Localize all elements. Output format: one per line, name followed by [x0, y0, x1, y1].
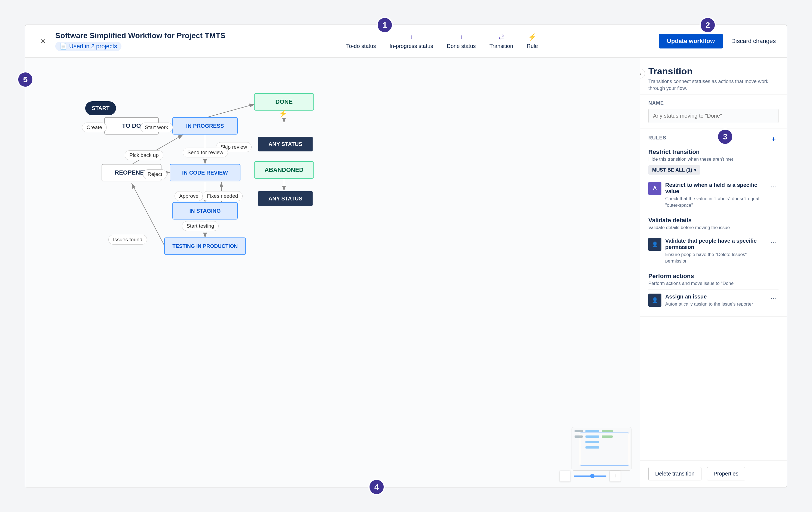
- done-lightning-icon: ⚡: [279, 110, 287, 118]
- rules-header: RULES +: [648, 134, 779, 144]
- perform-group: Perform actions Perform actions and move…: [648, 273, 779, 311]
- used-in-badge[interactable]: 📄 Used in 2 projects: [55, 42, 121, 51]
- perform-rule-content: Assign an issue Automatically assign to …: [665, 293, 765, 308]
- restrict-rule-item: A Restrict to when a field is a specific…: [648, 178, 779, 212]
- minimap: [572, 427, 632, 471]
- chevron-down-icon: ▾: [694, 167, 696, 173]
- discard-changes-button[interactable]: Discard changes: [731, 37, 776, 45]
- node-abandoned[interactable]: ABANDONED: [254, 161, 314, 179]
- validate-rule-name: Validate that people have a specific per…: [665, 238, 765, 250]
- validate-rule-content: Validate that people have a specific per…: [665, 238, 765, 264]
- plus-icon-3: +: [459, 33, 463, 41]
- workflow-info: Software Simplified Workflow for Project…: [55, 31, 226, 51]
- name-input[interactable]: [648, 109, 779, 123]
- restrict-group: Restrict transition Hide this transition…: [648, 148, 779, 212]
- transition-reject[interactable]: Reject: [143, 169, 167, 179]
- svg-rect-19: [585, 441, 599, 443]
- update-workflow-button[interactable]: Update workflow: [659, 34, 723, 49]
- zoom-out-button[interactable]: −: [559, 471, 571, 482]
- right-panel: ‹ Transition Transitions connect statuse…: [640, 58, 787, 487]
- validate-group: Validate details Validate details before…: [648, 217, 779, 268]
- workflow-title: Software Simplified Workflow for Project…: [55, 31, 226, 40]
- node-testinginprod[interactable]: TESTING IN PRODUCTION: [164, 237, 246, 255]
- validate-rule-desc: Ensure people have the "Delete Issues" p…: [665, 251, 765, 264]
- transition-fixesneeded[interactable]: Fixes needed: [202, 191, 242, 201]
- validate-rule-avatar: 👤: [648, 238, 661, 251]
- restrict-rule-content: Restrict to when a field is a specific v…: [665, 182, 765, 209]
- workflow-canvas[interactable]: START TO DO IN PROGRESS DONE IN CODE REV…: [25, 58, 640, 487]
- svg-rect-14: [585, 430, 599, 432]
- transition-icon: ⇄: [499, 33, 504, 41]
- hint-1: 1: [377, 17, 393, 33]
- transition-sendreview[interactable]: Send for review: [183, 148, 228, 158]
- zoom-controls: − +: [559, 471, 620, 482]
- node-done[interactable]: DONE: [254, 93, 314, 111]
- restrict-rule-name: Restrict to when a field is a specific v…: [665, 182, 765, 195]
- perform-title: Perform actions: [648, 273, 779, 280]
- transition-approve[interactable]: Approve: [175, 191, 203, 201]
- perform-rule-item: 👤 Assign an issue Automatically assign t…: [648, 289, 779, 311]
- transition-startwork[interactable]: Start work: [140, 122, 173, 132]
- panel-bottom: Delete transition Properties: [640, 460, 787, 487]
- transition-starttesting[interactable]: Start testing: [182, 221, 219, 231]
- toolbar-inprogress-status[interactable]: + In-progress status: [389, 33, 433, 49]
- node-incodereview[interactable]: IN CODE REVIEW: [170, 164, 240, 181]
- validate-rule-item: 👤 Validate that people have a specific p…: [648, 234, 779, 268]
- toolbar-todo-status[interactable]: + To-do status: [346, 33, 376, 49]
- properties-button[interactable]: Properties: [707, 467, 745, 480]
- transition-create[interactable]: Create: [82, 122, 107, 132]
- validate-sub: Validate details before moving the issue: [648, 225, 779, 230]
- toolbar-transition[interactable]: ⇄ Transition: [489, 33, 513, 49]
- toolbar-done-status[interactable]: + Done status: [447, 33, 476, 49]
- zoom-in-button[interactable]: +: [610, 471, 620, 482]
- document-icon: 📄: [60, 43, 67, 50]
- perform-rule-name: Assign an issue: [665, 293, 765, 300]
- svg-rect-17: [575, 435, 583, 438]
- svg-rect-16: [585, 435, 599, 438]
- toolbar-actions: + To-do status + In-progress status + Do…: [346, 33, 538, 49]
- panel-header: Transition Transitions connect statuses …: [640, 58, 787, 95]
- node-anystatus1[interactable]: ANY STATUS: [258, 137, 313, 151]
- name-section: NAME: [640, 95, 787, 129]
- node-start[interactable]: START: [85, 101, 116, 115]
- node-anystatus2[interactable]: ANY STATUS: [258, 191, 313, 206]
- main-window: 1 2 3 4 5 × Software Simplified Workflow…: [25, 25, 787, 487]
- add-rule-button[interactable]: +: [769, 134, 779, 144]
- name-label: NAME: [648, 100, 779, 106]
- toolbar-right: Update workflow Discard changes: [659, 34, 776, 49]
- delete-transition-button[interactable]: Delete transition: [648, 467, 701, 480]
- main-content: START TO DO IN PROGRESS DONE IN CODE REV…: [25, 58, 787, 487]
- svg-rect-20: [585, 446, 599, 449]
- perform-rule-desc: Automatically assign to the issue's repo…: [665, 301, 765, 308]
- restrict-rule-desc: Check that the value in "Labels" doesn't…: [665, 196, 765, 209]
- validate-rule-menu-button[interactable]: ⋯: [769, 238, 779, 248]
- node-instaging[interactable]: IN STAGING: [172, 202, 238, 220]
- toolbar: × Software Simplified Workflow for Proje…: [25, 25, 787, 58]
- hint-4: 4: [369, 479, 385, 495]
- perform-rule-menu-button[interactable]: ⋯: [769, 293, 779, 303]
- perform-rule-avatar: 👤: [648, 293, 661, 307]
- zoom-thumb: [590, 474, 594, 478]
- svg-rect-13: [575, 430, 583, 432]
- plus-icon-1: +: [359, 33, 363, 41]
- transition-pickbackup[interactable]: Pick back up: [125, 150, 164, 160]
- close-button[interactable]: ×: [36, 34, 50, 48]
- restrict-rule-menu-button[interactable]: ⋯: [769, 182, 779, 192]
- svg-rect-15: [602, 430, 613, 432]
- minimap-inner: [572, 427, 631, 470]
- minimap-svg: [572, 427, 632, 471]
- hint-5: 5: [17, 72, 33, 88]
- zoom-slider[interactable]: [574, 476, 606, 477]
- transition-issuesfound[interactable]: Issues found: [108, 235, 147, 245]
- must-be-all-dropdown[interactable]: MUST BE ALL (1) ▾: [648, 165, 700, 175]
- panel-title: Transition: [648, 66, 779, 77]
- node-inprogress[interactable]: IN PROGRESS: [172, 117, 238, 135]
- hint-3: 3: [717, 129, 733, 145]
- svg-rect-18: [602, 435, 613, 438]
- rules-label: RULES: [648, 135, 666, 141]
- toolbar-rule[interactable]: ⚡ Rule: [527, 33, 538, 49]
- restrict-rule-avatar: A: [648, 182, 661, 195]
- hint-2: 2: [699, 17, 716, 33]
- validate-title: Validate details: [648, 217, 779, 224]
- rules-section: RULES + Restrict transition Hide this tr…: [640, 129, 787, 317]
